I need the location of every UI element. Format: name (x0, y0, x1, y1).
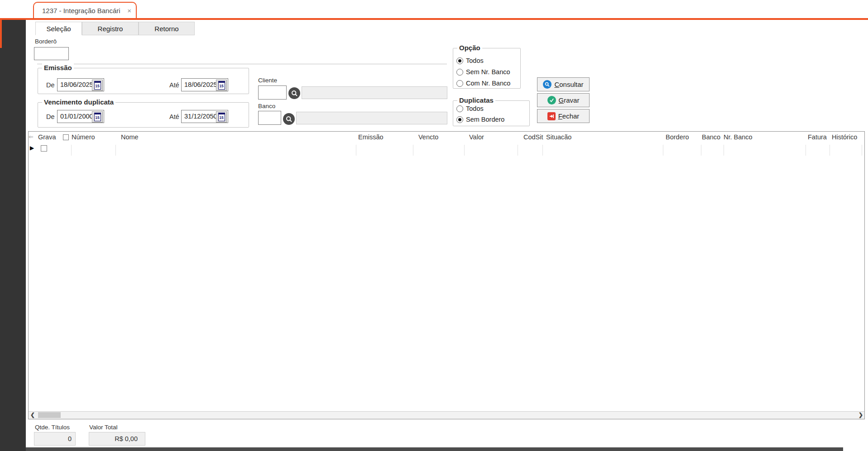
qtde-titulos-field: 0 (34, 432, 76, 446)
cliente-label: Cliente (258, 77, 277, 84)
emissao-group-title: Emissão (42, 64, 74, 71)
scroll-right-icon[interactable]: ❯ (858, 412, 863, 418)
col-situacao[interactable]: Situacão (546, 133, 571, 141)
horizontal-scrollbar[interactable] (29, 411, 864, 419)
radio-icon (456, 57, 463, 64)
scrollbar-thumb[interactable] (38, 412, 61, 418)
current-row-marker: ▶ (30, 145, 34, 151)
calendar-icon[interactable]: 15 (92, 80, 103, 91)
venc-ate-label: Até (169, 113, 179, 120)
col-codsit[interactable]: CodSit (523, 133, 543, 141)
radio-opcao-sem-nr-banco[interactable]: Sem Nr. Banco (456, 68, 510, 76)
col-nr-banco[interactable]: Nr. Banco (724, 133, 753, 141)
consultar-button[interactable]: Consultar (537, 77, 590, 91)
calendar-icon[interactable]: 15 (216, 111, 227, 123)
col-grava[interactable]: Grava (38, 133, 56, 141)
exit-icon (547, 112, 556, 120)
emissao-de-label: De (46, 81, 55, 89)
qtde-titulos-label: Qtde. Títulos (35, 424, 70, 431)
venc-ate-input[interactable]: 31/12/2050 15 (181, 110, 228, 123)
col-emissao[interactable]: Emissão (358, 133, 384, 141)
valor-total-field: R$ 0,00 (89, 432, 145, 446)
radio-duplicatas-todos[interactable]: Todos (456, 105, 484, 112)
bordero-input[interactable] (34, 47, 69, 60)
col-banco[interactable]: Banco (702, 133, 720, 141)
emissao-ate-input[interactable]: 18/06/2025 15 (181, 78, 228, 91)
radio-opcao-todos[interactable]: Todos (456, 57, 484, 64)
cliente-code-input[interactable] (258, 85, 287, 100)
banco-label: Banco (258, 103, 275, 109)
opcao-group-title: Opção (457, 44, 482, 52)
radio-opcao-com-nr-banco[interactable]: Com Nr. Banco (456, 80, 510, 87)
col-numero[interactable]: Número (72, 133, 95, 141)
results-grid[interactable] (28, 131, 865, 419)
banco-code-input[interactable] (258, 111, 281, 125)
check-icon (547, 96, 556, 104)
tab-close-icon[interactable]: × (127, 7, 131, 14)
duplicatas-group-title: Duplicatas (457, 96, 495, 104)
col-valor[interactable]: Valor (469, 133, 484, 141)
emissao-de-input[interactable]: 18/06/2025 15 (57, 78, 104, 91)
sidebar-accent-strip (0, 20, 2, 48)
col-fatura[interactable]: Fatura (808, 133, 827, 141)
scroll-left-icon[interactable]: ❮ (30, 412, 35, 418)
radio-icon (456, 105, 463, 112)
col-vencto[interactable]: Vencto (418, 133, 438, 141)
grid-corner-icon: ⇐ (29, 133, 34, 140)
tab-selecao[interactable]: Seleção (35, 22, 82, 35)
calendar-icon[interactable]: 15 (92, 111, 103, 123)
venc-de-input[interactable]: 01/01/2000 15 (57, 110, 104, 123)
calendar-icon[interactable]: 15 (216, 80, 227, 91)
valor-total-label: Valor Total (89, 424, 118, 431)
cliente-name-field (302, 86, 447, 99)
emissao-ate-label: Até (169, 81, 179, 89)
bottom-status-bar (26, 447, 843, 451)
tab-registro[interactable]: Registro (82, 22, 139, 35)
venc-de-label: De (46, 113, 55, 120)
separator-line (37, 64, 447, 64)
search-icon (543, 80, 551, 89)
bordero-label: Borderô (35, 38, 57, 45)
banco-search-icon[interactable] (283, 113, 295, 125)
gravar-button[interactable]: Gravar (537, 93, 590, 107)
col-nome[interactable]: Nome (121, 133, 139, 141)
vencimento-group-title: Vencimento duplicata (42, 98, 115, 106)
document-tab[interactable]: 1237 - Integração Bancári × (33, 2, 137, 18)
radio-duplicatas-sem-bordero[interactable]: Sem Bordero (456, 116, 504, 123)
document-tab-title: 1237 - Integração Bancári (42, 7, 125, 14)
col-historico[interactable]: Histórico (832, 133, 857, 141)
cliente-search-icon[interactable] (288, 87, 300, 99)
sidebar (0, 20, 26, 451)
fechar-button[interactable]: Fechar (537, 109, 590, 123)
radio-icon (456, 69, 463, 76)
select-all-checkbox[interactable] (63, 134, 69, 140)
banco-name-field (296, 112, 447, 124)
radio-icon (456, 116, 463, 123)
radio-icon (456, 80, 463, 87)
tab-retorno[interactable]: Retorno (139, 22, 195, 35)
row-grava-checkbox[interactable] (41, 145, 47, 152)
col-bordero[interactable]: Bordero (666, 133, 689, 141)
